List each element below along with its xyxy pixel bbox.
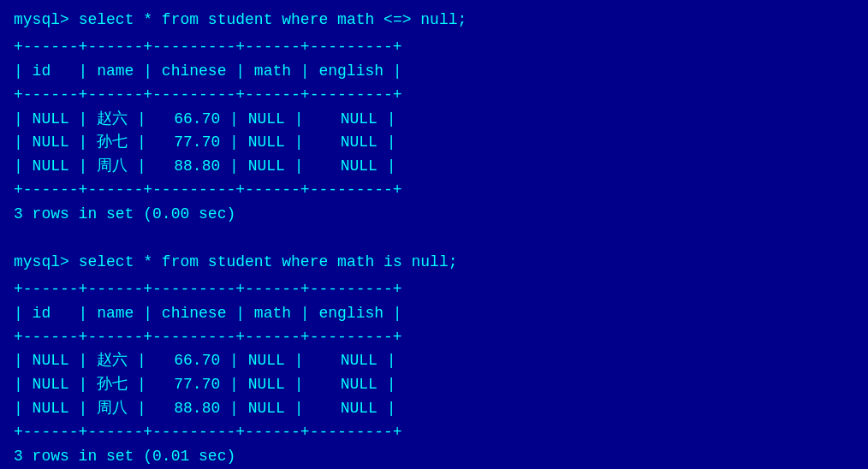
table2-row-2: | NULL | 周八 | 88.80 | NULL | NULL | [14,397,854,421]
table1: +------+------+---------+------+--------… [14,36,854,203]
result1: 3 rows in set (0.00 sec) [14,203,854,227]
query2-block: mysql> select * from student where math … [14,251,854,275]
result2: 3 rows in set (0.01 sec) [14,445,854,469]
table1-header: | id | name | chinese | math | english | [14,60,854,84]
query1-block: mysql> select * from student where math … [14,9,854,33]
table2-row-1: | NULL | 孙七 | 77.70 | NULL | NULL | [14,373,854,397]
table2-row-0: | NULL | 赵六 | 66.70 | NULL | NULL | [14,349,854,373]
query2-prompt-line: mysql> select * from student where math … [14,251,854,275]
table1-sep-mid: +------+------+---------+------+--------… [14,84,854,108]
table2: +------+------+---------+------+--------… [14,278,854,445]
query1-prompt-line: mysql> select * from student where math … [14,9,854,33]
table2-header: | id | name | chinese | math | english | [14,302,854,326]
empty-line-1 [14,227,854,251]
query2-prompt: mysql> [14,253,79,270]
table1-row-2: | NULL | 周八 | 88.80 | NULL | NULL | [14,155,854,179]
table1-row-0: | NULL | 赵六 | 66.70 | NULL | NULL | [14,108,854,132]
table2-sep-bot: +------+------+---------+------+--------… [14,421,854,445]
table1-sep-top: +------+------+---------+------+--------… [14,36,854,60]
table1-sep-bot: +------+------+---------+------+--------… [14,179,854,203]
query2-command: select * from student where math is null… [79,253,458,270]
table1-row-1: | NULL | 孙七 | 77.70 | NULL | NULL | [14,131,854,155]
table2-sep-top: +------+------+---------+------+--------… [14,278,854,302]
table2-sep-mid: +------+------+---------+------+--------… [14,326,854,350]
query1-prompt: mysql> [14,11,79,28]
query1-command: select * from student where math <=> nul… [79,11,467,28]
